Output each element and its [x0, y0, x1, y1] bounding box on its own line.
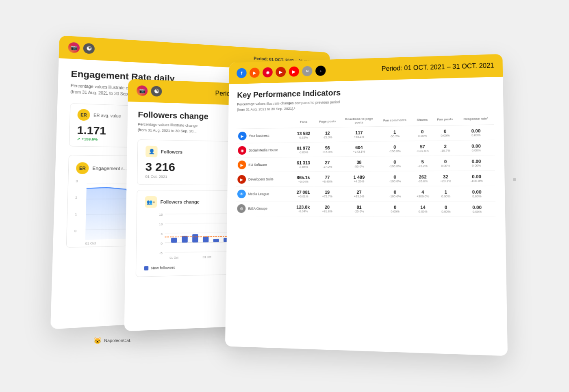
kpi-period: Period: 01 OCT. 2021 – 31 OCT. 2021: [382, 62, 494, 72]
cell-fans: 61 313 -0.05%: [293, 157, 314, 172]
cell-name: ◉ Social Media House: [236, 142, 293, 157]
cell-fans: 13 582 0.62%: [293, 128, 315, 143]
kpi-pin-icon: ◉: [263, 67, 273, 77]
followers-icon: 👤: [146, 145, 158, 157]
cell-posts: 12 -25.0%: [314, 127, 341, 142]
instagram-icon: 📷: [68, 42, 80, 53]
scene: 📷 ☯ Period: 01 OCT. 2021 – 31 OCT. 2021 …: [41, 24, 528, 369]
table-row: ⚙ INEA Groupe 123.8k -0.04% 20 +81.8% 81…: [235, 201, 495, 217]
followers-header-icons: 📷 ☯: [137, 85, 162, 96]
metric-er-card: ER ER avg. value 1.171 ↗ +159.6%: [69, 103, 132, 147]
kpi-tiktok-icon: ♪: [315, 65, 326, 76]
cell-comments: 0 -100.0%: [378, 171, 413, 186]
cell-posts: 19 +72.7%: [314, 186, 341, 201]
cell-reactions: 81 -20.6%: [341, 201, 378, 216]
followers-change-label: Followers change: [161, 199, 200, 204]
cell-comments: 0 -100.0%: [378, 141, 412, 156]
kpi-body: Key Performance Indicators Percentage va…: [227, 76, 505, 224]
chart-section-icon: ER: [76, 162, 89, 174]
col-name: [237, 117, 293, 129]
cell-reactions: 1 489 +4.20%: [341, 171, 378, 186]
cell-posts: 77 +8.40%: [314, 171, 341, 186]
cell-fans: 81 972 -0.09%: [293, 142, 314, 157]
svg-rect-15: [171, 238, 177, 243]
followers-yin-icon: ☯: [151, 86, 162, 97]
y-labels: 3210: [74, 179, 78, 240]
engagement-header-icons: 📷 ☯: [68, 42, 95, 54]
cell-reactions: 38 -50.0%: [341, 156, 378, 171]
cell-name: 👁 Media League: [236, 186, 293, 201]
col-response: Response rate²: [458, 113, 494, 125]
dot-decoration: [513, 178, 516, 181]
svg-text:03 Oct: 03 Oct: [203, 255, 211, 258]
yin-icon: ☯: [83, 43, 95, 54]
cell-fan-posts: 32 +23.1%: [433, 171, 458, 186]
svg-rect-18: [203, 236, 208, 242]
cell-name: ▶ Developers Suite: [236, 171, 293, 186]
cell-response: 0.00 0.00%: [458, 186, 495, 201]
col-comments: Fan comments: [378, 114, 412, 126]
card-kpi: f ▶ ◉ ▶ ▶ M ♪ Period: 01 OCT. 2021 – 31 …: [225, 54, 508, 355]
cell-comments: 1 -50.2%: [378, 126, 412, 141]
cell-response: 0.00 -100.0%: [458, 170, 495, 186]
cell-fan-posts: 0 0.00%: [433, 155, 458, 171]
kpi-media-icon: M: [302, 66, 312, 76]
cell-shares: 262 -35.8%: [413, 171, 433, 186]
followers-instagram-icon: 📷: [137, 85, 148, 96]
cell-fans: 865.1k +0.04%: [293, 171, 314, 186]
table-row: ▶ Developers Suite 865.1k +0.04% 77 +8.4…: [236, 170, 495, 186]
svg-rect-17: [192, 234, 198, 243]
col-fans: Fans: [293, 116, 315, 128]
cell-posts: 20 +81.8%: [314, 201, 340, 216]
cell-response: 0.00 0.00%: [458, 155, 495, 170]
cell-fan-posts: 0 0.00%: [432, 125, 458, 141]
cell-shares: 0 0.00%: [412, 126, 433, 141]
napoleon-label: NapoleonCat.: [104, 338, 131, 343]
cell-shares: 14 0.00%: [413, 201, 433, 217]
cell-reactions: 117 +48.1%: [341, 126, 378, 142]
cell-response: 0.00 0.00%: [458, 140, 495, 156]
col-fan-posts: Fan posts: [432, 113, 458, 126]
cell-comments: 0 -100.0%: [378, 186, 413, 201]
followers-label: Followers: [161, 149, 182, 154]
chart-section-label: Engagement r...: [92, 165, 127, 171]
cell-comments: 0 0.00%: [378, 201, 413, 216]
cell-name: ▶ Your business: [237, 128, 293, 143]
cell-shares: 5 -72.2%: [412, 156, 433, 171]
cell-fans: 27 081 +0.01%: [293, 186, 314, 201]
cell-response: 0.00 0.00%: [458, 124, 495, 140]
er-change: ↗ +159.6%: [77, 136, 124, 142]
table-row: 👁 Media League 27 081 +0.01% 19 +72.7% 2…: [236, 186, 495, 201]
followers-change-icon: 👥+: [145, 196, 157, 208]
cell-shares: 4 +309.0%: [413, 186, 433, 201]
cell-fan-posts: 2 -16.7%: [433, 140, 458, 156]
col-shares: Shares: [412, 114, 433, 126]
er-value: 1.171: [77, 123, 124, 137]
cell-posts: 98 +15.3%: [314, 142, 341, 157]
svg-text:0: 0: [161, 241, 163, 245]
cell-reactions: 604 +143.1%: [341, 141, 378, 157]
er-label: ER avg. value: [93, 113, 121, 118]
col-reactions: Reactions to page posts: [341, 115, 378, 127]
napoleon-icon: 🐱: [93, 337, 102, 344]
cell-fan-posts: 1 0.00%: [433, 186, 459, 201]
table-row: ▶ EU Software 61 313 -0.05% 27 -27.0% 38…: [236, 155, 495, 172]
col-posts: Page posts: [314, 116, 341, 128]
cell-comments: 0 -100.0%: [378, 156, 412, 171]
cell-reactions: 27 +35.0%: [341, 186, 378, 201]
cell-posts: 27 -27.0%: [314, 156, 341, 171]
svg-text:15: 15: [159, 212, 163, 216]
kpi-play2-icon: ▶: [276, 67, 286, 77]
cell-fans: 123.8k -0.04%: [292, 201, 314, 216]
svg-text:01 Oct: 01 Oct: [169, 256, 178, 259]
svg-rect-19: [213, 238, 219, 242]
cell-shares: 57 +137.0%: [412, 141, 433, 156]
svg-text:-5: -5: [159, 251, 163, 255]
kpi-table: Fans Page posts Reactions to page posts …: [235, 113, 495, 217]
cell-name: ▶ EU Software: [236, 157, 293, 172]
kpi-play1-icon: ▶: [250, 67, 260, 78]
cell-fan-posts: 0 0.00%: [433, 201, 459, 217]
cell-name: ⚙ INEA Groupe: [235, 201, 292, 216]
legend-color: [144, 266, 148, 270]
kpi-facebook-icon: f: [237, 68, 247, 78]
